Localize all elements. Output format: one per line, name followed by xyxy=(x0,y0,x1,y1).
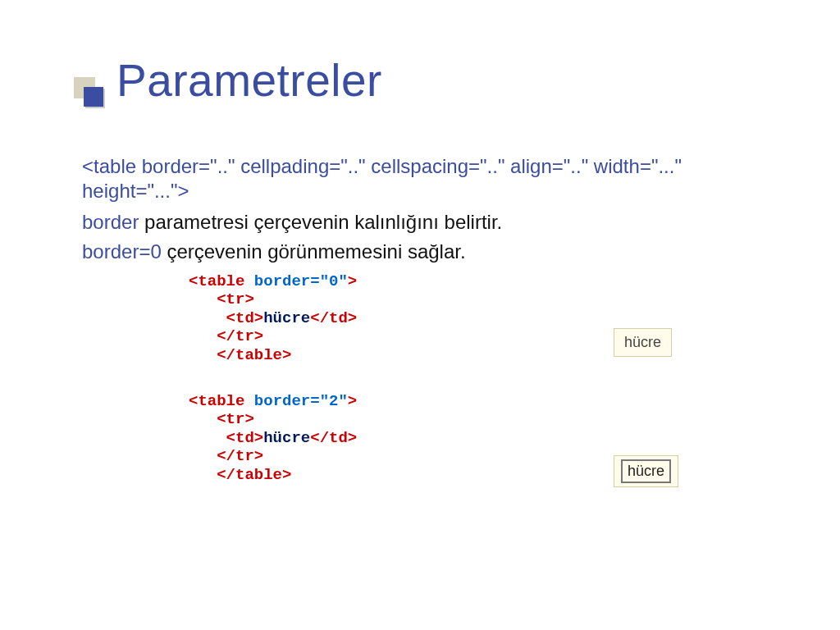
code2-cell-text: hücre xyxy=(263,429,310,447)
code1-open-start: <table xyxy=(189,272,254,290)
code1-tr-open: <tr> xyxy=(189,290,254,308)
code2-open-attr: border="2" xyxy=(254,392,348,410)
deco-square-front xyxy=(84,87,103,107)
keyword-border: border xyxy=(82,211,139,233)
border-description: border parametresi çerçevenin kalınlığın… xyxy=(82,210,771,235)
code1-table-close: </table> xyxy=(189,346,291,364)
code2-table-close: </table> xyxy=(189,466,291,484)
code2-tr-open: <tr> xyxy=(189,410,254,428)
body-text: <table border=".." cellpading=".." cells… xyxy=(82,154,771,264)
border-zero-description-rest: çerçevenin görünmemesini sağlar. xyxy=(162,240,466,262)
preview2-cell: hücre xyxy=(621,459,671,483)
preview1-cell: hücre xyxy=(624,334,661,350)
code2-td-close: </td> xyxy=(310,429,357,447)
code-example-border-0: <table border="0"> <tr> <td>hücre</td> <… xyxy=(189,272,357,364)
slide: Parametreler <table border=".." cellpadi… xyxy=(0,0,840,630)
render-preview-border-2: hücre xyxy=(614,455,678,487)
syntax-line: <table border=".." cellpading=".." cells… xyxy=(82,154,771,203)
code1-open-end: > xyxy=(348,272,357,290)
code1-td-close: </td> xyxy=(310,309,357,327)
code1-tr-close: </tr> xyxy=(189,327,263,345)
code2-tr-close: </tr> xyxy=(189,447,263,465)
title-bullet-decoration xyxy=(74,71,113,110)
slide-title: Parametreler xyxy=(116,54,382,107)
code2-open-end: > xyxy=(348,392,357,410)
code2-td-open: <td> xyxy=(189,429,263,447)
border-description-rest: parametresi çerçevenin kalınlığını belir… xyxy=(139,211,502,233)
render-preview-border-0: hücre xyxy=(614,328,672,357)
code1-cell-text: hücre xyxy=(263,309,310,327)
code1-td-open: <td> xyxy=(189,309,263,327)
code2-open-start: <table xyxy=(189,392,254,410)
code-example-border-2: <table border="2"> <tr> <td>hücre</td> <… xyxy=(189,392,357,484)
border-zero-description: border=0 çerçevenin görünmemesini sağlar… xyxy=(82,240,771,264)
keyword-border-zero: border=0 xyxy=(82,240,162,262)
code1-open-attr: border="0" xyxy=(254,272,348,290)
